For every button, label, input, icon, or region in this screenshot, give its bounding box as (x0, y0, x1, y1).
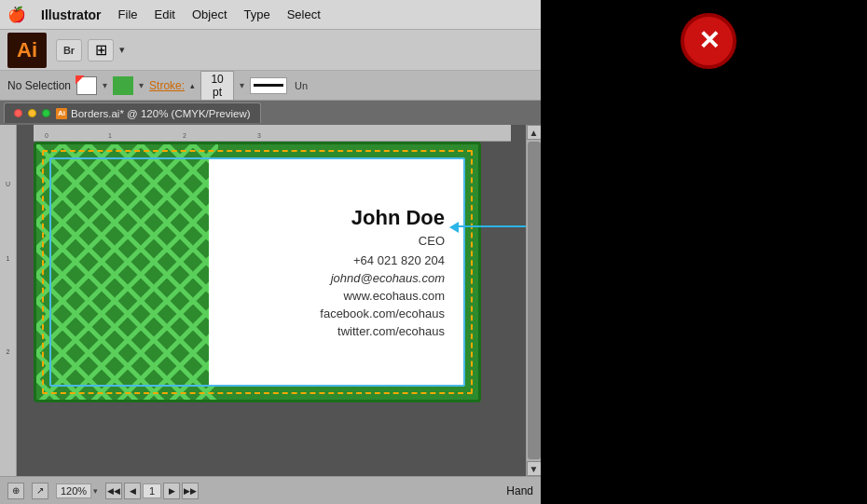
scrollbar-right[interactable]: ▲ ▼ (526, 125, 541, 476)
herringbone-pattern (36, 144, 218, 402)
nav-next-button[interactable]: ▶ (163, 483, 180, 499)
control-bar: No Selection ▾ ▾ Stroke: ▴ 10 pt ▾ Un (0, 71, 541, 101)
scroll-up-button[interactable]: ▲ (527, 125, 542, 140)
export-icon: ↗ (36, 485, 44, 496)
chevron-down-icon[interactable]: ▾ (119, 44, 125, 56)
page-navigation: ◀◀ ◀ 1 ▶ ▶▶ (105, 483, 199, 499)
menu-bar: 🍎 Illustrator File Edit Object Type Sele… (0, 0, 541, 30)
nav-last-button[interactable]: ▶▶ (182, 483, 199, 499)
ai-logo: Ai (7, 33, 47, 68)
stroke-dropdown-icon[interactable]: ▾ (139, 80, 144, 90)
stroke-line-preview (254, 84, 283, 87)
canvas-content[interactable]: John Doe CEO +64 021 820 204 johnd@ecoha… (34, 142, 526, 476)
tab-ai-icon: Ai (56, 108, 67, 119)
canvas-area: U 1 2 0 1 2 3 (0, 125, 541, 476)
canvas-wrapper: 0 1 2 3 (17, 125, 526, 476)
menu-item-app[interactable]: Illustrator (34, 6, 109, 24)
bridge-button[interactable]: Br (56, 39, 82, 61)
card-name: John Doe (218, 206, 445, 230)
un-label: Un (295, 80, 308, 91)
ruler-top: 0 1 2 3 (34, 125, 511, 142)
nav-prev-button[interactable]: ◀ (124, 483, 141, 499)
card-website: www.ecohaus.com (218, 289, 445, 303)
card-facebook: facebook.com/ecohaus (218, 306, 445, 320)
nav-first-button[interactable]: ◀◀ (105, 483, 122, 499)
arrow-line (453, 225, 526, 227)
ruler-left: U 1 2 (0, 125, 17, 476)
card-email: johnd@ecohaus.com (218, 271, 445, 285)
status-bar: ⊕ ↗ 120% ▾ ◀◀ ◀ 1 ▶ ▶▶ Hand (0, 476, 541, 504)
document-tab[interactable]: Ai Borders.ai* @ 120% (CMYK/Preview) (4, 102, 261, 123)
illustrator-window: 🍎 Illustrator File Edit Object Type Sele… (0, 0, 541, 504)
apple-icon[interactable]: 🍎 (7, 6, 26, 24)
menu-item-type[interactable]: Type (237, 6, 278, 23)
transform-icon: ⊕ (12, 485, 20, 496)
svg-rect-15 (36, 144, 218, 402)
scroll-track[interactable] (528, 142, 541, 459)
tab-minimize-icon[interactable] (28, 109, 36, 117)
fill-dropdown-icon[interactable]: ▾ (103, 80, 107, 90)
menu-item-file[interactable]: File (111, 6, 145, 23)
page-number[interactable]: 1 (143, 484, 161, 498)
close-button[interactable]: ✕ (681, 13, 736, 69)
zoom-value[interactable]: 120% (56, 484, 91, 498)
menu-item-edit[interactable]: Edit (147, 6, 183, 23)
stroke-color-box[interactable] (113, 76, 133, 95)
toolbar: Ai Br ⊞ ▾ (0, 30, 541, 71)
zoom-dropdown-icon[interactable]: ▾ (93, 486, 98, 496)
tab-close-icon[interactable] (14, 109, 22, 117)
stroke-label: Stroke: (149, 79, 185, 92)
export-button[interactable]: ↗ (32, 483, 48, 499)
card-phone: +64 021 820 204 (218, 253, 445, 267)
business-card-content: John Doe CEO +64 021 820 204 johnd@ecoha… (209, 159, 463, 385)
stroke-dropdown2-icon[interactable]: ▾ (240, 80, 244, 90)
tab-zoom-icon[interactable] (42, 109, 50, 117)
stroke-line-selector[interactable] (250, 77, 287, 94)
scroll-down-button[interactable]: ▼ (527, 461, 542, 476)
grid-icon: ⊞ (95, 41, 107, 59)
menu-item-object[interactable]: Object (185, 6, 235, 23)
tab-bar: Ai Borders.ai* @ 120% (CMYK/Preview) (0, 101, 541, 125)
menu-item-select[interactable]: Select (280, 6, 328, 23)
card-title: CEO (218, 234, 445, 248)
grid-button[interactable]: ⊞ (88, 39, 114, 61)
fill-color-box[interactable] (76, 76, 97, 95)
transform-tool-button[interactable]: ⊕ (7, 483, 24, 499)
active-tool-label: Hand (506, 484, 533, 497)
stroke-up-arrow[interactable]: ▴ (190, 81, 195, 90)
tab-label: Borders.ai* @ 120% (CMYK/Preview) (71, 108, 251, 119)
card-twitter: twitter.com/ecohaus (218, 324, 445, 338)
selection-status: No Selection (7, 79, 71, 92)
zoom-control: 120% ▾ (56, 484, 98, 498)
arrow-head-icon (449, 222, 459, 233)
close-x-icon: ✕ (698, 28, 720, 54)
stroke-value[interactable]: 10 pt (200, 71, 234, 101)
card-outer-border: John Doe CEO +64 021 820 204 johnd@ecoha… (34, 142, 481, 402)
